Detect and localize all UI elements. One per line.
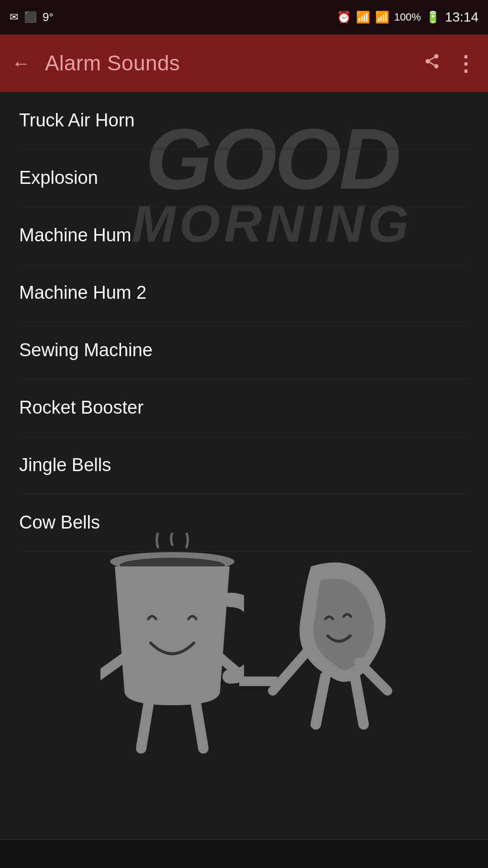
sound-name-8: Cow Bells	[19, 512, 100, 532]
svg-line-5	[196, 705, 203, 748]
svg-line-9	[354, 672, 364, 724]
sound-item-5[interactable]: Sewing Machine	[19, 322, 469, 379]
sound-item-8[interactable]: Cow Bells	[19, 494, 469, 552]
sound-list: Truck Air HornExplosionMachine HumMachin…	[0, 92, 488, 552]
sound-name-4: Machine Hum 2	[19, 282, 146, 303]
status-right-icons: ⏰ 📶 📶 100% 🔋 13:14	[337, 10, 478, 25]
sound-item-4[interactable]: Machine Hum 2	[19, 264, 469, 322]
wifi-icon: 📶	[356, 11, 370, 24]
page-title: Alarm Sounds	[45, 51, 409, 75]
sound-item-6[interactable]: Rocket Booster	[19, 379, 469, 437]
signal-icon: 📶	[375, 11, 389, 24]
svg-line-7	[359, 662, 388, 691]
sound-item-2[interactable]: Explosion	[19, 149, 469, 207]
sound-name-3: Machine Hum	[19, 225, 131, 245]
notification-icon: ✉	[10, 11, 18, 23]
status-left-icons: ✉ ⬛ 9°	[10, 11, 54, 24]
svg-line-4	[141, 705, 148, 748]
sound-name-5: Sewing Machine	[19, 340, 153, 360]
hands-connection	[239, 672, 277, 691]
battery-percent: 100%	[394, 11, 421, 23]
sound-name-6: Rocket Booster	[19, 397, 144, 417]
back-button[interactable]: ←	[11, 53, 31, 74]
croissant-character	[263, 542, 397, 782]
app-bar: ← Alarm Sounds ⋮	[0, 34, 488, 92]
share-button[interactable]	[423, 53, 441, 74]
main-content: GOOD MORNING	[0, 92, 488, 868]
battery-icon: 🔋	[426, 11, 440, 24]
more-options-button[interactable]: ⋮	[455, 51, 477, 76]
status-bar: ✉ ⬛ 9° ⏰ 📶 📶 100% 🔋 13:14	[0, 0, 488, 34]
sound-name-1: Truck Air Horn	[19, 110, 134, 130]
temperature-badge: 9°	[43, 11, 54, 24]
sound-item-7[interactable]: Jingle Bells	[19, 437, 469, 494]
svg-line-8	[316, 676, 325, 724]
sound-name-7: Jingle Bells	[19, 455, 111, 475]
clock: 13:14	[445, 10, 478, 25]
sound-item-3[interactable]: Machine Hum	[19, 207, 469, 264]
sound-name-2: Explosion	[19, 168, 98, 188]
illustration-characters	[62, 542, 426, 820]
bottom-navigation-bar	[0, 839, 488, 868]
sound-item-1[interactable]: Truck Air Horn	[19, 92, 469, 149]
cup-character	[100, 533, 244, 772]
image-icon: ⬛	[24, 11, 37, 23]
svg-line-2	[100, 657, 124, 681]
svg-line-6	[273, 653, 306, 691]
alarm-icon: ⏰	[337, 11, 351, 24]
